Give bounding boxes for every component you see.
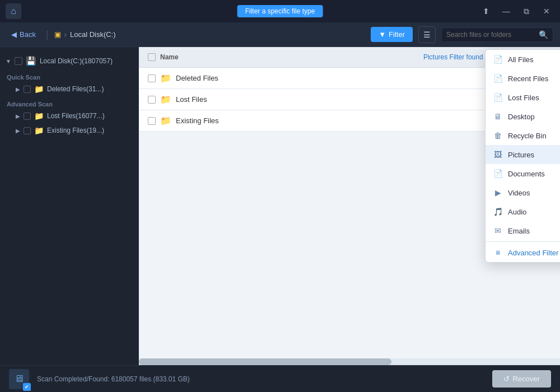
row-name-1: Lost Files bbox=[176, 95, 496, 104]
nav-divider: | bbox=[46, 29, 49, 40]
home-icon[interactable]: ⌂ bbox=[6, 3, 21, 19]
row-checkbox-1[interactable] bbox=[148, 96, 156, 104]
window-controls: ⬆ — ⧉ ✕ bbox=[478, 3, 554, 19]
back-button[interactable]: ◀ Back bbox=[7, 28, 40, 41]
recover-button[interactable]: ↺ Recover bbox=[492, 370, 551, 388]
recent-files-label: Recent Files bbox=[508, 74, 548, 83]
lost-folder-icon: 📁 bbox=[34, 111, 44, 120]
filter-label: Filter bbox=[389, 30, 405, 39]
search-input[interactable] bbox=[446, 31, 535, 39]
advanced-filter-label: Advanced Filter bbox=[508, 249, 558, 257]
all-files-icon: 📄 bbox=[493, 55, 502, 64]
menu-icon-button[interactable]: ☰ bbox=[418, 26, 436, 43]
sidebar-item-existing[interactable]: ▶ 📁 Existing Files(19...) bbox=[0, 123, 138, 138]
location-folder-icon: ▣ bbox=[54, 30, 61, 39]
recover-icon: ↺ bbox=[503, 375, 510, 383]
row-name-2: Existing Files bbox=[176, 116, 496, 125]
recycle-bin-label: Recycle Bin bbox=[508, 132, 547, 140]
dropdown-item-emails[interactable]: ✉ Emails bbox=[486, 221, 560, 240]
videos-label: Videos bbox=[508, 189, 530, 197]
documents-label: Documents bbox=[508, 170, 545, 178]
scan-status-text: Scan Completed/Found: 6180057 files (833… bbox=[37, 375, 484, 383]
device-check-badge: ✔ bbox=[23, 383, 31, 391]
back-label: Back bbox=[20, 30, 36, 39]
filelist-scrollbar[interactable] bbox=[139, 358, 560, 365]
recent-files-icon: 📄 bbox=[493, 74, 502, 83]
sidebar-item-lost[interactable]: ▶ 📁 Lost Files(16077...) bbox=[0, 109, 138, 123]
dropdown-item-audio[interactable]: 🎵 Audio bbox=[486, 202, 560, 221]
existing-label: Existing Files(19...) bbox=[47, 127, 104, 134]
row-checkbox-2[interactable] bbox=[148, 117, 156, 125]
share-icon[interactable]: ⬆ bbox=[478, 3, 494, 19]
advanced-filter-icon: ≡ bbox=[493, 248, 502, 257]
drive-checkbox[interactable] bbox=[15, 57, 22, 65]
row-folder-icon-1: 📁 bbox=[160, 94, 171, 105]
sidebar: ▼ 💾 Local Disk(C:)(1807057) Quick Scan ▶… bbox=[0, 47, 139, 365]
search-bar: 🔍 bbox=[441, 27, 553, 42]
row-folder-icon-2: 📁 bbox=[160, 115, 171, 126]
file-list: Name Pictures Filter found 1807057 item0… bbox=[139, 47, 560, 365]
breadcrumb-arrow: › bbox=[64, 30, 67, 39]
audio-label: Audio bbox=[508, 208, 526, 216]
scrollbar-thumb[interactable] bbox=[139, 358, 391, 365]
filter-badge: Filter a specific file type bbox=[237, 5, 323, 17]
close-button[interactable]: ✕ bbox=[539, 3, 554, 19]
drive-icon: 💾 bbox=[26, 56, 36, 66]
drive-arrow-icon: ▼ bbox=[6, 58, 11, 64]
desktop-icon: 🖥 bbox=[493, 112, 502, 121]
device-icon: 🖥 ✔ bbox=[9, 369, 29, 389]
filter-button[interactable]: ▼ Filter bbox=[371, 27, 413, 42]
row-name-0: Deleted Files bbox=[176, 74, 496, 82]
audio-icon: 🎵 bbox=[493, 207, 502, 216]
pictures-label: Pictures bbox=[508, 151, 534, 159]
main-area: ▼ 💾 Local Disk(C:)(1807057) Quick Scan ▶… bbox=[0, 47, 560, 365]
drive-label: Local Disk(C:)(1807057) bbox=[40, 57, 113, 65]
videos-icon: ▶ bbox=[493, 188, 502, 197]
dropdown-item-all-files[interactable]: 📄 All Files bbox=[486, 50, 560, 69]
deleted-folder-icon: 📁 bbox=[34, 85, 44, 94]
dropdown-divider bbox=[486, 241, 560, 242]
sidebar-item-deleted[interactable]: ▶ 📁 Deleted Files(31...) bbox=[0, 82, 138, 96]
existing-arrow-icon: ▶ bbox=[16, 128, 20, 134]
all-files-label: All Files bbox=[508, 55, 534, 64]
restore-button[interactable]: ⧉ bbox=[519, 3, 534, 19]
search-icon[interactable]: 🔍 bbox=[539, 30, 548, 39]
emails-icon: ✉ bbox=[493, 226, 502, 235]
device-monitor-icon: 🖥 bbox=[14, 373, 24, 385]
lost-arrow-icon: ▶ bbox=[16, 113, 20, 119]
dropdown-item-lost-files[interactable]: 📄 Lost Files bbox=[486, 88, 560, 107]
titlebar: ⌂ Filter a specific file type ⬆ — ⧉ ✕ bbox=[0, 0, 560, 22]
filter-icon: ▼ bbox=[379, 30, 386, 39]
lost-checkbox[interactable] bbox=[24, 113, 31, 120]
col-name-header: Name bbox=[160, 53, 419, 61]
row-folder-icon-0: 📁 bbox=[160, 73, 171, 83]
statusbar: 🖥 ✔ Scan Completed/Found: 6180057 files … bbox=[0, 365, 560, 392]
lost-files-label: Lost Files bbox=[508, 94, 539, 102]
existing-checkbox[interactable] bbox=[24, 127, 31, 134]
emails-label: Emails bbox=[508, 227, 530, 235]
deleted-arrow-icon: ▶ bbox=[16, 86, 20, 92]
row-checkbox-0[interactable] bbox=[148, 74, 156, 82]
dropdown-item-desktop[interactable]: 🖥 Desktop bbox=[486, 107, 560, 126]
recycle-bin-icon: 🗑 bbox=[493, 131, 502, 140]
desktop-label: Desktop bbox=[508, 113, 535, 121]
dropdown-item-advanced-filter[interactable]: ≡ Advanced Filter bbox=[486, 243, 560, 262]
documents-icon: 📄 bbox=[493, 169, 502, 178]
location-label: Local Disk(C:) bbox=[70, 30, 116, 39]
dropdown-item-recycle-bin[interactable]: 🗑 Recycle Bin bbox=[486, 126, 560, 145]
dropdown-item-documents[interactable]: 📄 Documents bbox=[486, 164, 560, 183]
dropdown-item-recent-files[interactable]: 📄 Recent Files bbox=[486, 69, 560, 88]
lost-files-icon: 📄 bbox=[493, 93, 502, 102]
dropdown-item-videos[interactable]: ▶ Videos bbox=[486, 183, 560, 202]
quick-scan-section: Quick Scan bbox=[0, 72, 138, 82]
dropdown-item-pictures[interactable]: 🖼 Pictures ✔ bbox=[486, 145, 560, 164]
pictures-icon: 🖼 bbox=[493, 150, 502, 159]
deleted-label: Deleted Files(31...) bbox=[47, 85, 104, 93]
existing-folder-icon: 📁 bbox=[34, 126, 44, 135]
back-arrow-icon: ◀ bbox=[11, 30, 17, 39]
minimize-button[interactable]: — bbox=[498, 3, 514, 19]
header-checkbox[interactable] bbox=[148, 53, 156, 61]
advanced-scan-section: Advanced Scan bbox=[0, 99, 138, 109]
sidebar-drive[interactable]: ▼ 💾 Local Disk(C:)(1807057) bbox=[0, 53, 138, 69]
deleted-checkbox[interactable] bbox=[24, 86, 31, 93]
